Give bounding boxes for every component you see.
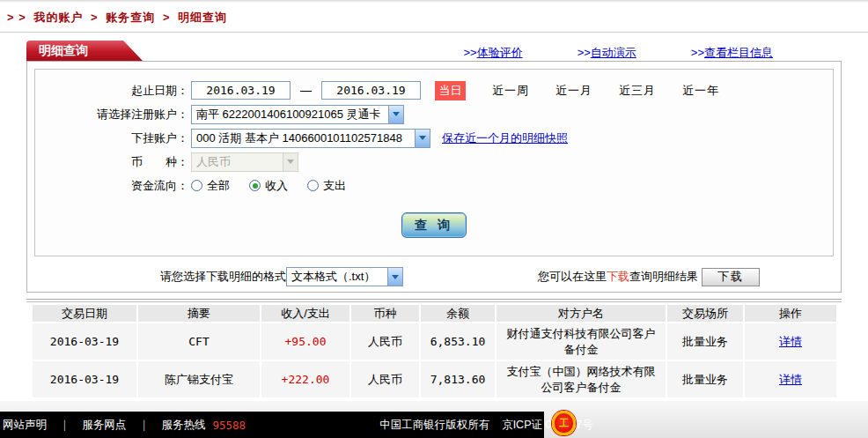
breadcrumb-separator: > <box>163 11 171 24</box>
detail-link[interactable]: 详情 <box>779 373 802 386</box>
breadcrumb-item-account-query[interactable]: 账务查询 <box>106 11 155 24</box>
dropdown-arrow-icon <box>387 268 402 286</box>
copyright-text: 中国工商银行版权所有 <box>379 418 489 433</box>
registered-account-select[interactable]: 南平 6222001406100921065 灵通卡 <box>191 105 404 124</box>
cell-amount: +95.00 <box>261 323 349 360</box>
flow-row: 资金流向： 全部 收入 支出 <box>35 174 833 197</box>
cell-date: 2016-03-19 <box>33 361 136 397</box>
cell-summary: CFT <box>138 323 260 360</box>
col-date: 交易日期 <box>33 305 136 322</box>
account-label: 请选择注册账户： <box>35 107 188 122</box>
footer-bar: 网站声明 ｜ 服务网点 ｜ 服务热线 95588 中国工商银行版权所有 京ICP… <box>0 412 544 438</box>
today-button[interactable]: 当日 <box>435 81 466 100</box>
header-links: >>体验评价 >>自动演示 >>查看栏目信息 <box>408 45 842 61</box>
sub-account-row: 下挂账户： 000 活期 基本户 1406600101102571848 保存近… <box>35 126 833 150</box>
range-last-year[interactable]: 近一年 <box>682 83 719 99</box>
breadcrumb-item-detail-query[interactable]: 明细查询 <box>178 11 227 24</box>
sub-account-label: 下挂账户： <box>35 130 188 146</box>
table-row: 2016-03-19 陈广锦支付宝 +222.00 人民币 7,813.60 支… <box>33 361 836 397</box>
chevrons-icon: >> <box>691 46 704 59</box>
date-range-row: 起止日期： — 当日 近一周 近一月 近三月 近一年 <box>35 78 833 102</box>
emblem-glyph: 工 <box>559 419 569 428</box>
range-last-quarter[interactable]: 近三月 <box>619 83 656 99</box>
download-button[interactable]: 下载 <box>702 268 760 286</box>
download-format-select[interactable]: 文本格式（.txt） <box>286 267 403 286</box>
icp-number: 京ICP证 030247号 <box>502 418 593 433</box>
breadcrumb: > > 我的账户 > 账务查询 > 明细查询 <box>0 3 868 32</box>
download-format-label: 请您选择下载明细的格式 <box>160 269 286 285</box>
tab-row: 明细查询 >>体验评价 >>自动演示 >>查看栏目信息 <box>26 41 842 61</box>
detail-link[interactable]: 详情 <box>779 335 802 348</box>
tab-detail-query[interactable]: 明细查询 <box>26 41 143 61</box>
col-amount: 收入/支出 <box>261 305 349 322</box>
dropdown-arrow-icon <box>283 153 298 171</box>
sub-account-select[interactable]: 000 活期 基本户 1406600101102571848 <box>191 129 430 148</box>
radio-icon[interactable] <box>191 180 202 191</box>
chevrons-icon: >> <box>577 46 591 59</box>
date-dash: — <box>300 84 312 97</box>
query-panel: 起止日期： — 当日 近一周 近一月 近三月 近一年 请选择注册账户： 南平 6… <box>26 61 842 293</box>
col-summary: 摘要 <box>138 305 260 322</box>
account-row: 请选择注册账户： 南平 6222001406100921065 灵通卡 <box>35 102 833 126</box>
cell-balance: 7,813.60 <box>421 361 495 397</box>
cell-counterparty: 支付宝（中国）网络技术有限公司客户备付金 <box>497 361 666 397</box>
download-hint: 您可以在这里下载查询明细结果 <box>538 269 698 285</box>
cell-amount: +222.00 <box>261 361 349 397</box>
footer-link-service-outlets[interactable]: 服务网点 <box>82 418 126 433</box>
flow-option-expense-label: 支出 <box>323 178 346 194</box>
date-to-input[interactable] <box>321 81 421 100</box>
currency-row: 币 种： 人民币 <box>35 150 833 174</box>
footer-separator: ｜ <box>59 418 70 433</box>
col-balance: 余额 <box>421 305 495 322</box>
footer-separator: ｜ <box>138 418 149 433</box>
flow-option-income-label: 收入 <box>265 178 288 194</box>
breadcrumb-separator: > <box>91 11 99 24</box>
flow-option-all-label: 全部 <box>207 178 230 194</box>
link-label: 体验评价 <box>477 46 523 59</box>
breadcrumb-item-my-account[interactable]: 我的账户 <box>33 11 83 24</box>
cell-counterparty: 财付通支付科技有限公司客户备付金 <box>497 323 666 360</box>
hint-prefix: 您可以在这里 <box>538 270 607 283</box>
breadcrumb-prefix-icon: > > <box>7 11 26 24</box>
footer-link-site-statement[interactable]: 网站声明 <box>3 418 47 433</box>
range-last-week[interactable]: 近一周 <box>492 83 529 99</box>
header-divider <box>0 32 868 33</box>
sub-account-value: 000 活期 基本户 1406600101102571848 <box>192 130 415 146</box>
currency-value: 人民币 <box>192 154 283 170</box>
range-last-month[interactable]: 近一月 <box>555 83 592 99</box>
hint-suffix: 查询明细结果 <box>629 270 698 283</box>
flow-option-all[interactable]: 全部 <box>191 178 230 194</box>
link-column-info[interactable]: >>查看栏目信息 <box>691 45 773 61</box>
cell-date: 2016-03-19 <box>33 323 136 360</box>
col-currency: 币种 <box>351 305 419 322</box>
dropdown-arrow-icon <box>415 130 430 147</box>
query-button[interactable]: 查 询 <box>401 212 467 238</box>
dropdown-arrow-icon <box>388 106 403 123</box>
registered-account-value: 南平 6222001406100921065 灵通卡 <box>192 107 388 122</box>
icbc-emblem-icon: 工 <box>552 411 576 435</box>
table-header-row: 交易日期 摘要 收入/支出 币种 余额 对方户名 交易场所 操作 <box>33 305 836 322</box>
cell-summary: 陈广锦支付宝 <box>138 361 260 397</box>
hint-download-word: 下载 <box>607 270 629 283</box>
col-counterparty: 对方户名 <box>497 305 666 322</box>
table-row: 2016-03-19 CFT +95.00 人民币 6,853.10 财付通支付… <box>33 323 836 360</box>
radio-icon[interactable] <box>307 180 319 191</box>
flow-option-income[interactable]: 收入 <box>249 178 288 194</box>
cell-channel: 批量业务 <box>667 361 743 397</box>
cell-currency: 人民币 <box>351 323 419 360</box>
hotline-number: 95588 <box>213 419 246 432</box>
download-row: 请您选择下载明细的格式 文本格式（.txt） 您可以在这里下载查询明细结果 下载 <box>27 264 841 292</box>
transaction-table: 交易日期 摘要 收入/支出 币种 余额 对方户名 交易场所 操作 2016-03… <box>31 303 838 399</box>
page-root: > > 我的账户 > 账务查询 > 明细查询 明细查询 >>体验评价 >>自动演… <box>0 0 868 399</box>
link-label: 查看栏目信息 <box>704 46 773 59</box>
cell-balance: 6,853.10 <box>421 323 495 360</box>
footer: 网站声明 ｜ 服务网点 ｜ 服务热线 95588 中国工商银行版权所有 京ICP… <box>0 401 868 438</box>
save-snapshot-link[interactable]: 保存近一个月的明细快照 <box>442 130 568 146</box>
col-action: 操作 <box>745 305 836 322</box>
link-experience-review[interactable]: >>体验评价 <box>463 45 522 61</box>
date-from-input[interactable] <box>191 81 291 100</box>
radio-checked-icon[interactable] <box>249 180 261 191</box>
currency-select: 人民币 <box>191 152 298 172</box>
flow-option-expense[interactable]: 支出 <box>307 178 346 194</box>
link-auto-demo[interactable]: >>自动演示 <box>577 45 636 61</box>
